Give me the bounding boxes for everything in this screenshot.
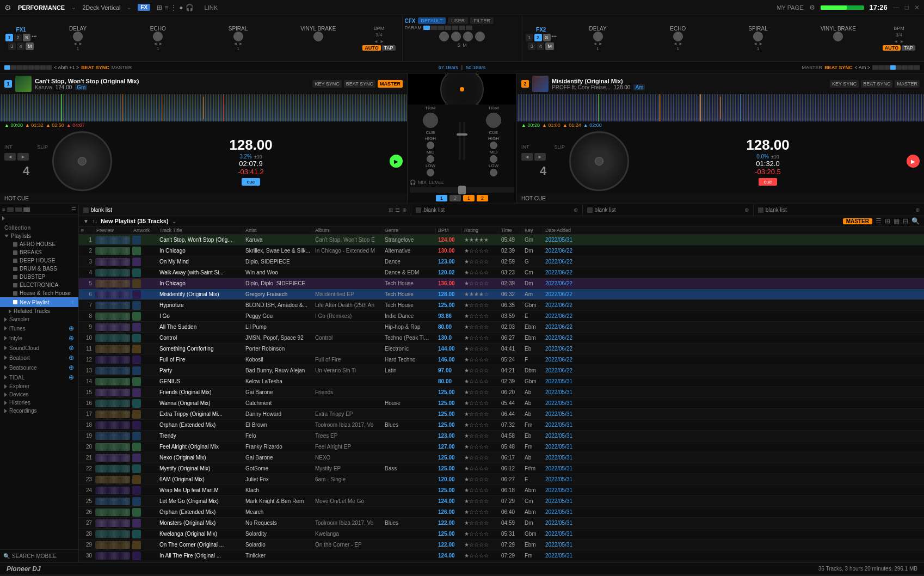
gear-icon[interactable]: ⚙ (4, 3, 11, 12)
fx2-m[interactable]: M (545, 42, 554, 50)
track-row[interactable]: 15 Friends (Original Mix) Gai Barone Fri… (79, 387, 924, 398)
pl-afro-house[interactable]: AFRO HOUSE (0, 240, 78, 248)
sidebar-explorer[interactable]: Explorer (0, 382, 78, 390)
fx-button[interactable]: FX (138, 4, 150, 11)
tidal-add-icon[interactable]: ⊕ (69, 373, 74, 381)
low-l-knob[interactable] (427, 169, 434, 176)
col-genre-hdr[interactable]: Genre (383, 226, 436, 234)
fx1-num-1[interactable]: 1 (5, 34, 13, 41)
track-row[interactable]: 20 Feel Alright (Original Mix Franky Riz… (79, 442, 924, 452)
deck1-prev-beat[interactable]: ◄ (4, 153, 16, 161)
fx1-m[interactable]: M (26, 42, 34, 50)
cfx-default-btn[interactable]: DEFAULT (418, 17, 446, 24)
deck2-beat-sync-btn[interactable]: BEAT SYNC (861, 80, 892, 88)
view-art-icon[interactable]: ▦ (894, 217, 900, 225)
cfx-knob-3[interactable] (463, 32, 473, 41)
fx2-delay-knob[interactable] (593, 32, 603, 41)
col-rating-hdr[interactable]: Rating (462, 226, 499, 234)
fx2-s[interactable]: S (543, 34, 551, 41)
trim-l-knob[interactable] (423, 113, 438, 128)
deck2-prev-beat[interactable]: ◄ (521, 153, 533, 161)
pl-dubstep[interactable]: DUBSTEP (0, 273, 78, 281)
cfx-s-btn[interactable]: S (457, 42, 460, 48)
track-row[interactable]: 28 Kwelanga (Original Mix) Solardity Kwe… (79, 529, 924, 540)
sidebar-sampler[interactable]: Sampler (0, 315, 78, 323)
pl-breaks[interactable]: BREAKS (0, 248, 78, 256)
sort-icon[interactable]: ↑↓ (92, 218, 97, 224)
search-mobile-btn[interactable]: 🔍 SEARCH MOBILE (0, 549, 78, 562)
track-row[interactable]: 29 On The Corner (Original ... Solardio … (79, 540, 924, 550)
d2-beat-6[interactable] (902, 65, 908, 70)
crossfader-track[interactable] (410, 187, 514, 193)
track-row[interactable]: 27 Monsters (Original Mix) No Requests T… (79, 518, 924, 529)
panel-tab-3[interactable]: blank list ⊕ (583, 204, 754, 216)
cfx-user-btn[interactable]: USER (448, 17, 468, 24)
d2-beat-4[interactable] (890, 65, 896, 70)
col-bpm-hdr[interactable]: BPM (436, 226, 462, 234)
track-row[interactable]: 1 Can't Stop, Won't Stop (Orig... Karuva… (79, 235, 924, 246)
mid-r-knob[interactable] (490, 155, 497, 163)
tab2-icon[interactable]: ⊕ (574, 207, 578, 213)
maximize-icon[interactable]: □ (905, 4, 909, 11)
deck-btn-1[interactable]: 1 (436, 195, 447, 201)
deck2-cue-3[interactable]: ▲ 01:24 (563, 122, 581, 128)
fx2-delay-arrow[interactable]: ◄ ► (593, 41, 603, 46)
fx1-num-2[interactable]: 2 (14, 34, 22, 41)
col-prev-hdr[interactable]: Preview (94, 226, 131, 234)
deck2-master[interactable]: MASTER (802, 65, 823, 70)
cfx-m-btn[interactable]: M (463, 42, 467, 48)
fx1-echo-arrow[interactable]: ◄ ► (153, 41, 163, 46)
settings-icon[interactable]: ⚙ (809, 4, 815, 11)
track-row[interactable]: 30 In All The Fire (Original ... Tinlick… (79, 550, 924, 561)
high-l-knob[interactable] (427, 142, 434, 149)
track-row[interactable]: 22 Mystify (Original Mix) GotSome Mystif… (79, 463, 924, 474)
fx1-echo-knob[interactable] (153, 32, 163, 41)
deck1-master-btn[interactable]: MASTER (378, 80, 403, 88)
panel-tab-4[interactable]: blank list ⊕ (754, 204, 924, 216)
view-grid-icon[interactable]: ⊞ (885, 217, 890, 225)
deck2-cue-2[interactable]: ▲ 01:00 (542, 122, 560, 128)
deck-mode[interactable]: 2Deck Vertical (82, 4, 120, 11)
cfx-knob-4[interactable] (475, 32, 485, 41)
fx1-num-4[interactable]: 4 (17, 42, 24, 50)
col-album-hdr[interactable]: Album (313, 226, 383, 234)
deck-btn-4[interactable]: 2 (477, 195, 488, 201)
deck2-master-btn[interactable]: MASTER (895, 80, 920, 88)
pl-electronica[interactable]: ELECTRONICA (0, 281, 78, 289)
track-row[interactable]: 26 Orphan (Extended Mix) Mearch 126.00 ★… (79, 507, 924, 518)
d1-beat-5[interactable] (28, 65, 34, 70)
sidebar-histories[interactable]: Histories (0, 399, 78, 407)
fx2-echo-knob[interactable] (673, 32, 683, 41)
deck2-platter[interactable] (569, 131, 629, 191)
deck1-cue-1[interactable]: ▲ 00:00 (4, 122, 23, 128)
track-row[interactable]: 31 Fall (Djebali Remix) DJ Pierre 126.00… (79, 561, 924, 562)
track-row[interactable]: 14 GENIUS Kelow LaTesha 80.00 ★☆☆☆☆ 02:3… (79, 376, 924, 387)
deck2-cue-4[interactable]: ▲ 02:00 (583, 122, 602, 128)
deck1-next-beat[interactable]: ► (17, 153, 29, 161)
track-row[interactable]: 5 In Chicago Diplo, Diplo, SIDEPIECE Tec… (79, 278, 924, 289)
deck2-key-sync-btn[interactable]: KEY SYNC (830, 80, 859, 88)
track-row[interactable]: 13 Party Bad Bunny, Rauw Alejan Un Veran… (79, 365, 924, 376)
close-icon[interactable]: ✕ (914, 4, 920, 11)
record-icon[interactable]: ● (179, 4, 183, 11)
d1-beat-2[interactable] (10, 65, 16, 70)
search-btn[interactable]: 🔍 (911, 217, 920, 225)
track-row[interactable]: 6 Misidentify (Original Mix) Gregory Fra… (79, 289, 924, 300)
mix-btn[interactable]: MIX (418, 180, 427, 185)
sidebar-beatport[interactable]: Beatport ⊕ (0, 353, 78, 363)
view-list-icon[interactable]: ☰ (876, 217, 882, 225)
deck1-beat-sync-btn[interactable]: BEAT SYNC (344, 80, 375, 88)
sidebar-recordings[interactable]: Recordings (0, 407, 78, 415)
track-row[interactable]: 17 Extra Trippy (Original Mi... Danny Ho… (79, 409, 924, 420)
d2-beat-5[interactable] (896, 65, 902, 70)
track-row[interactable]: 21 Nexo (Original Mix) Gai Barone NEXO 1… (79, 452, 924, 463)
d2-beat-1[interactable] (872, 65, 878, 70)
deck1-master[interactable]: MASTER (112, 65, 132, 70)
itunes-add-icon[interactable]: ⊕ (69, 324, 74, 332)
fx1-spiral-knob[interactable] (233, 32, 243, 41)
track-row[interactable]: 8 I Go Peggy Gou I Go (Remixes) Indie Da… (79, 311, 924, 322)
track-row[interactable]: 16 Wanna (Original Mix) Catchment House … (79, 398, 924, 409)
track-row[interactable]: 10 Control JMSN, Popof, Space 92 Control… (79, 333, 924, 344)
d2-beat-8[interactable] (914, 65, 920, 70)
sc-add-icon[interactable]: ⊕ (69, 344, 74, 352)
